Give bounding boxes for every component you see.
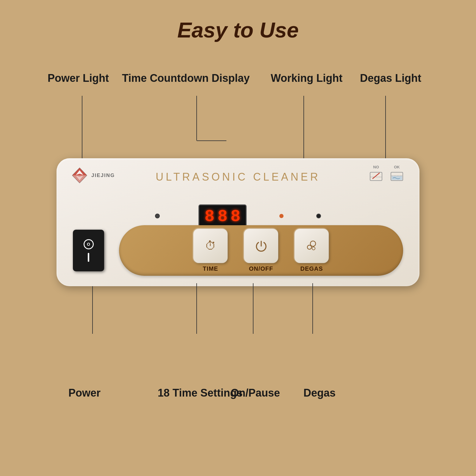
label-18-time-settings: 18 Time Settings	[158, 387, 242, 399]
connector-time-countdown	[196, 96, 197, 140]
label-working-light: Working Light	[271, 72, 342, 84]
brand-name: ULTRASONIC CLEANER	[57, 171, 419, 183]
onoff-button-group: ON/OFF	[244, 229, 278, 272]
label-power-light: Power Light	[48, 72, 109, 84]
degas-button[interactable]	[295, 229, 329, 263]
degas-icon	[305, 239, 319, 253]
label-on-pause: On/Pause	[231, 387, 280, 399]
label-time-countdown: Time Countdown Display	[122, 72, 250, 84]
connector-power-down	[92, 286, 93, 334]
button-pill: ⏱ TIME ON/OFF	[119, 225, 403, 276]
time-button-label: TIME	[203, 265, 218, 272]
power-light-dot	[155, 214, 160, 218]
degas-light-dot	[316, 214, 321, 218]
diagram-area: Power Light Time Countdown Display Worki…	[45, 72, 431, 399]
connector-power-light	[82, 96, 82, 160]
working-light-dot	[279, 214, 284, 218]
power-icon	[255, 239, 268, 253]
water-no-icon: NO	[368, 165, 384, 184]
page-title: Easy to Use	[177, 18, 299, 42]
degas-button-label: DEGAS	[300, 265, 323, 272]
switch-bar	[88, 253, 89, 262]
degas-button-group: DEGAS	[295, 229, 329, 272]
svg-rect-5	[370, 172, 382, 181]
power-switch[interactable]: O	[73, 230, 104, 271]
onoff-button-label: ON/OFF	[249, 265, 273, 272]
connector-degas-down	[312, 283, 313, 334]
switch-circle: O	[84, 239, 94, 249]
water-ok-icon: OK	[389, 165, 405, 184]
svg-point-13	[312, 247, 315, 250]
device-panel: JIEJING ULTRASONIC CLEANER NO	[57, 158, 419, 286]
time-button[interactable]: ⏱	[193, 229, 228, 263]
label-power: Power	[68, 387, 101, 399]
time-button-group: ⏱ TIME	[193, 229, 228, 272]
label-degas: Degas	[303, 387, 336, 399]
svg-line-7	[372, 173, 380, 179]
label-degas-light: Degas Light	[360, 72, 421, 84]
page-wrapper: Easy to Use Power Light Time Countdown D…	[0, 0, 476, 476]
time-icon: ⏱	[205, 239, 216, 252]
svg-point-12	[307, 245, 311, 249]
onoff-button[interactable]	[244, 229, 278, 263]
connector-onoff-down	[253, 283, 253, 334]
connector-working-light	[303, 96, 304, 160]
connector-degas-light	[385, 96, 386, 160]
connector-time-h	[197, 140, 226, 141]
connector-time-down	[196, 283, 197, 334]
water-icons: NO OK	[368, 165, 405, 184]
lower-controls: O ⏱ TIME	[73, 225, 403, 276]
